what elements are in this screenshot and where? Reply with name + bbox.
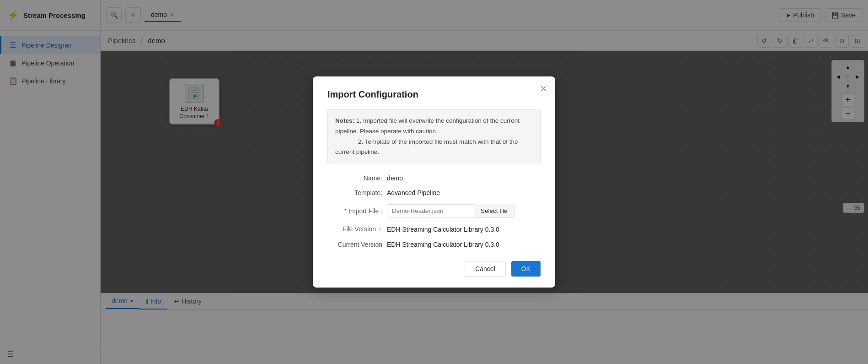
modal-notes-prefix: Notes: [335,117,354,124]
modal-title: Import Configuration [327,89,541,100]
modal-notes-line1: 1. Imported file will overwrite the conf… [335,117,520,135]
modal-footer: Cancel OK [327,261,541,277]
modal-file-row: Select file [387,204,514,218]
modal-file-version-field: File Version： EDH Streaming Calculator L… [327,225,541,234]
modal-file-version-label: File Version： [327,225,387,234]
modal-name-label: Name: [327,174,387,182]
import-config-modal: ✕ Import Configuration Notes: 1. Importe… [313,76,555,288]
cancel-button[interactable]: Cancel [465,261,506,277]
import-file-input[interactable] [387,204,474,217]
modal-template-field: Template: Advanced Pipeline [327,189,541,196]
modal-notes: Notes: 1. Imported file will overwrite t… [327,109,541,165]
modal-name-field: Name: demo [327,174,541,182]
modal-template-value: Advanced Pipeline [387,189,440,196]
modal-close-button[interactable]: ✕ [540,84,547,94]
modal-notes-indent: 2. Template of the imported file must ma… [335,138,518,156]
modal-current-version-label: Current Version [327,241,387,248]
modal-file-version-value: EDH Streaming Calculator Library 0.3.0 [387,226,499,233]
modal-import-file-field: * Import File : Select file [327,204,541,218]
select-file-button[interactable]: Select file [474,204,514,218]
import-file-label-text: Import File : [348,207,382,215]
modal-name-value: demo [387,174,403,182]
modal-current-version-field: Current Version EDH Streaming Calculator… [327,241,541,248]
modal-template-label: Template: [327,189,387,196]
required-asterisk: * [344,207,347,215]
ok-button[interactable]: OK [511,261,541,277]
modal-current-version-value: EDH Streaming Calculator Library 0.3.0 [387,241,499,248]
modal-import-file-label: * Import File : [327,207,387,215]
modal-overlay: ✕ Import Configuration Notes: 1. Importe… [0,0,868,364]
